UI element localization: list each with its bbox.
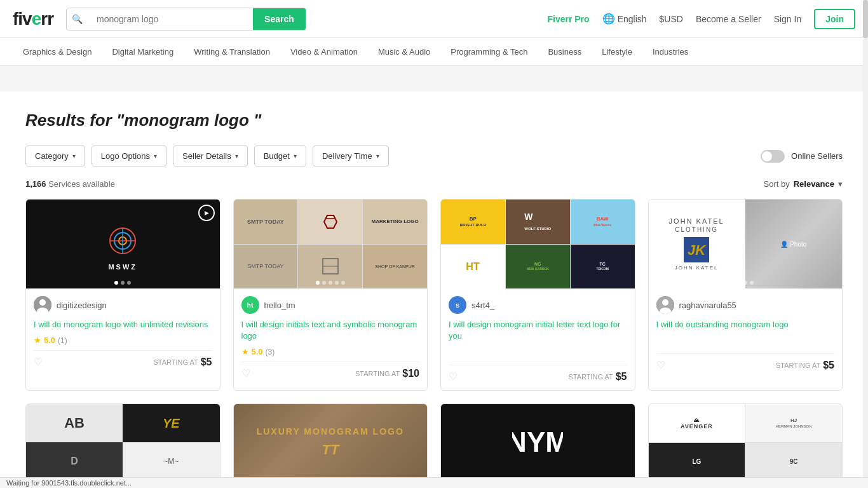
star-icon: ★	[241, 347, 249, 356]
search-input[interactable]	[88, 9, 253, 29]
card-image-7: NYM	[441, 404, 635, 480]
seller-row: raghavnarula55	[656, 296, 835, 314]
scrollbar[interactable]	[863, 0, 868, 488]
image-dots-2	[316, 281, 345, 285]
favorite-icon[interactable]: ♡	[34, 356, 43, 368]
play-button-icon[interactable]: ▶	[198, 205, 215, 221]
sign-in-link[interactable]: Sign In	[774, 14, 802, 24]
count-sort-row: 1,166 Services available Sort by Relevan…	[25, 179, 843, 189]
card-image-8: ⛰AVENGER HJHERMAN JOHNSON LG 9C	[649, 404, 843, 480]
seller-name: raghavnarula55	[679, 301, 736, 310]
collage-cell-bw: BAWBlue Waves	[571, 200, 635, 244]
nav-item-industries[interactable]: Industries	[642, 38, 698, 65]
main-content: Results for "monogram logo " Category ▾ …	[0, 92, 868, 488]
gig-card-3[interactable]: BPBRIGHT BULB WWOLF STUDIO BAWBlue Waves…	[440, 199, 635, 391]
results-count: 1,166 Services available	[25, 179, 115, 189]
seller-row: s s4rt4_	[449, 296, 627, 314]
gig-card-4[interactable]: JOHN KATEL CLOTHING JK JOHN KATEL 👤 P	[648, 199, 843, 391]
collage-cell: MARKETING LOGO	[363, 200, 427, 244]
results-title: Results for "monogram logo "	[25, 111, 843, 130]
rating-row: ★ 5.0 (1)	[34, 336, 212, 345]
filter-budget[interactable]: Budget ▾	[254, 146, 306, 166]
jk-photo-right: 👤 Photo	[745, 200, 842, 288]
language-selector[interactable]: 🌐 English	[602, 13, 647, 25]
avatar: ht	[241, 296, 259, 314]
nav-item-graphics[interactable]: Graphics & Design	[13, 38, 102, 65]
nav-item-digital[interactable]: Digital Marketing	[102, 38, 184, 65]
seller-row: ht hello_tm	[241, 296, 420, 314]
gig-card-1[interactable]: MSWZ ▶	[25, 199, 220, 391]
filters-row: Category ▾ Logo Options ▾ Seller Details…	[25, 146, 843, 166]
sort-selector[interactable]: Sort by Relevance ▾	[763, 179, 843, 189]
favorite-icon[interactable]: ♡	[449, 370, 458, 383]
online-sellers-toggle[interactable]	[761, 150, 785, 163]
filter-delivery-time[interactable]: Delivery Time ▾	[313, 146, 389, 166]
collage-cell-ng: NGNEW GARDEN	[506, 245, 570, 289]
header-right: Fiverr Pro 🌐 English $USD Become a Selle…	[547, 9, 855, 29]
card-image-5: AB YE D ~M~	[26, 404, 220, 480]
svg-text:NYM: NYM	[512, 426, 563, 458]
dot	[127, 281, 131, 285]
svg-text:JK: JK	[688, 242, 707, 258]
header: fiverr 🔍 Search Fiverr Pro 🌐 English $US…	[0, 0, 868, 38]
online-sellers-label: Online Sellers	[791, 151, 843, 161]
avatar	[656, 296, 674, 314]
gig-card-8[interactable]: ⛰AVENGER HJHERMAN JOHNSON LG 9C	[648, 403, 843, 481]
filter-category[interactable]: Category ▾	[25, 146, 85, 166]
gig-card-5[interactable]: AB YE D ~M~	[25, 403, 220, 481]
price-row: ♡ STARTING AT $5	[34, 350, 212, 368]
card-body-1: digitizedesign I will do monogram logo w…	[26, 288, 220, 376]
favorite-icon[interactable]: ♡	[656, 359, 665, 371]
seller-row: digitizedesign	[34, 296, 212, 314]
join-button[interactable]: Join	[814, 9, 855, 29]
mswz-logo-svg	[97, 225, 148, 263]
banner	[0, 66, 868, 92]
chevron-down-icon: ▾	[376, 152, 379, 159]
star-icon: ★	[34, 336, 41, 345]
filter-logo-options[interactable]: Logo Options ▾	[92, 146, 166, 166]
dot	[121, 281, 125, 285]
card-image-2: SMTP TODAY MARKETING LOGO SMTP TODAY	[234, 200, 428, 288]
gig-title[interactable]: I will do outstanding monogram logo	[656, 319, 835, 330]
search-button[interactable]: Search	[253, 8, 306, 30]
become-seller-link[interactable]: Become a Seller	[696, 14, 761, 24]
nav-item-writing[interactable]: Writing & Translation	[184, 38, 280, 65]
jk-logo-left: JOHN KATEL CLOTHING JK JOHN KATEL	[649, 200, 745, 288]
card-image-3: BPBRIGHT BULB WWOLF STUDIO BAWBlue Waves…	[441, 200, 635, 288]
scrollbar-thumb[interactable]	[863, 0, 868, 38]
search-icon: 🔍	[67, 14, 88, 24]
gig-title[interactable]: I will do monogram logo with unlimited r…	[34, 319, 212, 330]
gig-title[interactable]: I will design monogram initial letter te…	[449, 319, 627, 342]
svg-point-6	[39, 299, 46, 306]
filter-seller-details[interactable]: Seller Details ▾	[173, 146, 248, 166]
collage-cell-ht: HT	[441, 245, 505, 289]
logo[interactable]: fiverr	[13, 9, 53, 29]
toggle-knob	[762, 151, 772, 161]
avatar	[34, 296, 51, 314]
collage-cell	[298, 200, 362, 244]
gig-card-6[interactable]: LUXURY MONOGRAM LOGO TT	[233, 403, 428, 481]
collage-cell-tc: TCTRICOM	[571, 245, 635, 289]
collage-cell: SHOP OF KANPUR	[363, 245, 427, 289]
favorite-icon[interactable]: ♡	[241, 367, 250, 379]
nav-item-music[interactable]: Music & Audio	[368, 38, 440, 65]
card-image-6: LUXURY MONOGRAM LOGO TT	[234, 404, 428, 480]
gig-card-7[interactable]: NYM	[440, 403, 635, 481]
svg-text:HT: HT	[466, 261, 480, 272]
image-dots-4	[737, 281, 754, 285]
gig-title[interactable]: I will design initials text and symbolic…	[241, 319, 420, 342]
nav-item-video[interactable]: Video & Animation	[280, 38, 368, 65]
nav-item-programming[interactable]: Programming & Tech	[440, 38, 538, 65]
fiverr-pro-link[interactable]: Fiverr Pro	[547, 14, 589, 24]
rating-row	[656, 336, 835, 348]
rating-row	[449, 347, 627, 360]
nav-item-lifestyle[interactable]: Lifestyle	[592, 38, 642, 65]
chevron-down-icon: ▾	[72, 152, 76, 159]
card-body-2: ht hello_tm I will design initials text …	[234, 288, 428, 387]
currency-selector[interactable]: $USD	[660, 14, 683, 24]
nav-item-business[interactable]: Business	[538, 38, 592, 65]
gig-card-2[interactable]: SMTP TODAY MARKETING LOGO SMTP TODAY	[233, 199, 428, 391]
chevron-down-icon: ▾	[838, 179, 843, 189]
image-dots	[114, 281, 131, 285]
card-image-4: JOHN KATEL CLOTHING JK JOHN KATEL 👤 P	[649, 200, 843, 288]
